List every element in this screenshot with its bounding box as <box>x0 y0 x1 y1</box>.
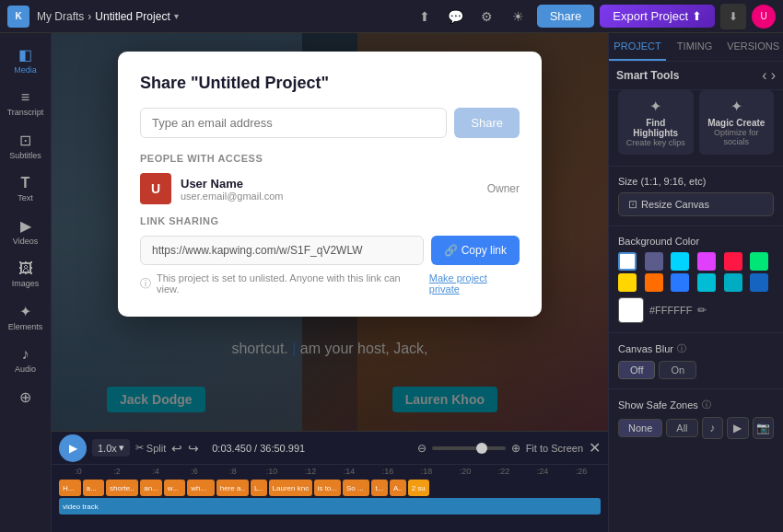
track-clip[interactable]: So ... <box>343 480 369 496</box>
sidebar-item-audio[interactable]: ♪ Audio <box>4 341 48 379</box>
sidebar-label-text: Text <box>18 193 33 202</box>
sidebar-item-subtitles[interactable]: ⊡ Subtitles <box>4 126 48 166</box>
track-clip[interactable]: 2 su <box>408 480 430 496</box>
upload-icon[interactable]: ⬆ <box>412 4 438 29</box>
blur-info-icon[interactable]: ⓘ <box>677 342 686 355</box>
canvas-blur-section: Canvas Blur ⓘ Off On <box>609 337 783 385</box>
highlights-name: Find Highlights <box>624 118 688 138</box>
track-clip[interactable]: is to... <box>314 480 341 496</box>
copy-link-button[interactable]: 🔗 Copy link <box>431 236 520 265</box>
tab-project[interactable]: PROJECT <box>609 33 666 61</box>
color-swatch-darkteal[interactable] <box>724 273 742 292</box>
fit-button[interactable]: Fit to Screen <box>526 443 583 454</box>
track-clip[interactable]: here a... <box>216 480 249 496</box>
panel-nav: Smart Tools ‹ › <box>609 62 783 90</box>
track-clip[interactable]: Lauren kno... <box>269 480 312 496</box>
blur-off-button[interactable]: Off <box>618 361 655 379</box>
divider <box>609 166 783 167</box>
avatar[interactable]: U <box>752 5 776 29</box>
play-button[interactable]: ▶ <box>59 434 87 462</box>
project-name[interactable]: Untitled Project <box>95 10 169 23</box>
caption-icon[interactable]: 💬 <box>443 4 469 29</box>
dialog-title: Share "Untitled Project" <box>140 74 520 93</box>
smart-tool-magic[interactable]: ✦ Magic Create Optimize for socials <box>699 90 775 155</box>
ruler-mark: :10 <box>252 467 291 476</box>
zoom-in-icon[interactable]: ⊕ <box>511 442 520 455</box>
media-icon: ◧ <box>18 46 32 64</box>
track-clip[interactable]: w... <box>164 480 186 496</box>
track-clip[interactable]: wh... <box>187 480 214 496</box>
link-url-input[interactable] <box>140 236 424 265</box>
bg-color-label: Background Color <box>618 236 774 247</box>
color-swatch-purple[interactable] <box>645 252 663 271</box>
track-clip[interactable]: an... <box>140 480 162 496</box>
track-clip[interactable]: shorte... <box>106 480 138 496</box>
sidebar-item-text[interactable]: T Text <box>4 169 48 208</box>
tab-timing[interactable]: TIMING <box>666 33 723 61</box>
color-swatch-green[interactable] <box>750 252 768 271</box>
project-chevron-icon[interactable]: ▾ <box>174 11 179 21</box>
tab-versions[interactable]: VERSIONS <box>723 33 783 61</box>
split-button[interactable]: ✂ Split <box>135 442 166 454</box>
sidebar-item-elements[interactable]: ✦ Elements <box>4 297 48 337</box>
sidebar-item-videos[interactable]: ▶ Videos <box>4 212 48 251</box>
make-private-link[interactable]: Make project private <box>429 272 520 295</box>
safe-zones-info-icon[interactable]: ⓘ <box>702 399 711 411</box>
panel-prev-button[interactable]: ‹ <box>762 67 766 84</box>
sidebar-item-images[interactable]: 🖼 Images <box>4 255 48 294</box>
color-swatch-teal[interactable] <box>697 273 716 292</box>
safe-zones-tiktok-button[interactable]: ♪ <box>702 417 723 439</box>
sidebar-label-videos: Videos <box>13 237 38 246</box>
speed-chevron-icon: ▾ <box>119 442 124 454</box>
color-swatch-red[interactable] <box>724 252 742 271</box>
track-clip[interactable]: H... <box>59 480 81 496</box>
download-button[interactable]: ⬇ <box>720 4 746 29</box>
sidebar-item-media[interactable]: ◧ Media <box>4 40 48 80</box>
blur-on-button[interactable]: On <box>659 361 696 379</box>
color-swatch-orange[interactable] <box>645 273 663 292</box>
safe-zones-youtube-button[interactable]: ▶ <box>727 417 748 439</box>
redo-button[interactable]: ↪ <box>188 441 199 456</box>
safe-zones-none-button[interactable]: None <box>618 419 662 437</box>
color-swatch-blue[interactable] <box>671 273 689 292</box>
gear-icon[interactable]: ⚙ <box>474 4 500 29</box>
track-clip[interactable]: L... <box>251 480 267 496</box>
magic-icon: ✦ <box>705 98 769 115</box>
zoom-slider[interactable] <box>432 446 506 450</box>
ruler-mark: :18 <box>407 467 446 476</box>
close-timeline-button[interactable]: ✕ <box>589 439 601 457</box>
breadcrumb-home[interactable]: My Drafts <box>37 10 84 23</box>
color-swatch-yellow[interactable] <box>618 273 637 292</box>
smart-tool-highlights[interactable]: ✦ Find Highlights Create key clips <box>618 90 694 155</box>
split-label: Split <box>146 443 166 454</box>
track-clip[interactable]: a... <box>83 480 105 496</box>
speed-button[interactable]: 1.0x ▾ <box>92 439 130 457</box>
track-clip[interactable]: A... <box>390 480 406 496</box>
color-swatch-darkblue[interactable] <box>750 273 768 292</box>
color-swatch-pink[interactable] <box>697 252 716 271</box>
sun-icon[interactable]: ☀ <box>506 4 532 29</box>
sidebar-item-more[interactable]: ⊕ <box>4 383 48 411</box>
resize-canvas-button[interactable]: ⊡ Resize Canvas <box>618 192 774 216</box>
undo-button[interactable]: ↩ <box>171 441 182 456</box>
zoom-out-icon[interactable]: ⊖ <box>417 442 427 455</box>
color-swatch-white[interactable] <box>618 252 637 271</box>
safe-zones-instagram-button[interactable]: 📷 <box>753 417 774 439</box>
track-clip[interactable]: t... <box>371 480 388 496</box>
ruler-mark: :16 <box>368 467 407 476</box>
dialog-share-button[interactable]: Share <box>454 108 520 138</box>
share-button[interactable]: Share <box>537 5 595 28</box>
current-color-swatch[interactable] <box>618 297 644 323</box>
safe-zones-all-button[interactable]: All <box>666 419 697 437</box>
color-swatch-cyan[interactable] <box>671 252 689 271</box>
sidebar-item-transcript[interactable]: ≡ Transcript <box>4 84 48 122</box>
email-input[interactable] <box>140 108 447 138</box>
track-clip-video[interactable]: video track <box>59 498 601 515</box>
ruler-mark: :26 <box>562 467 601 476</box>
link-notice: ⓘ This project is set to unlisted. Anyon… <box>140 272 520 295</box>
export-button[interactable]: Export Project ⬆ <box>600 5 715 28</box>
panel-next-button[interactable]: › <box>771 67 776 84</box>
zoom-thumb[interactable] <box>476 443 487 454</box>
eyedropper-button[interactable]: ✏ <box>697 304 707 317</box>
breadcrumb: My Drafts › Untitled Project ▾ <box>37 10 179 23</box>
